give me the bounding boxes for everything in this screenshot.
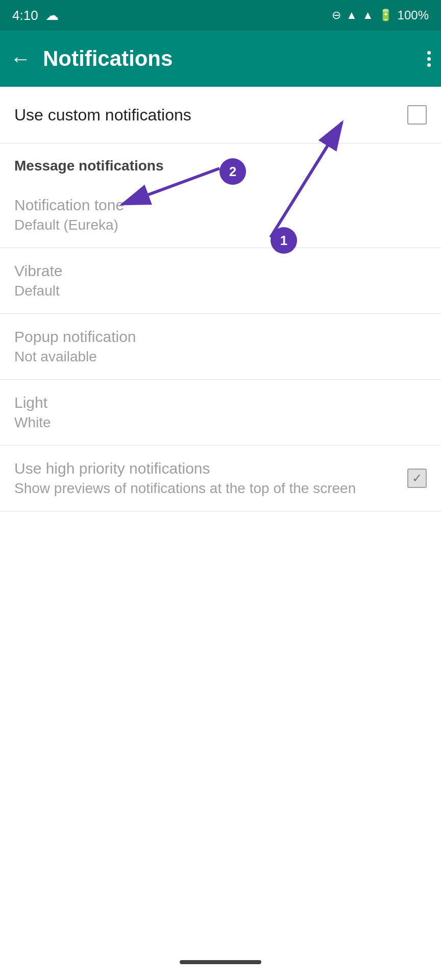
status-bar: 4:10 ☁ ⊖ ▲ ▲ 🔋 100%	[0, 0, 441, 31]
light-value: White	[14, 414, 427, 431]
custom-notifications-row[interactable]: Use custom notifications	[0, 87, 441, 143]
notification-tone-title: Notification tone	[14, 197, 427, 214]
light-title: Light	[14, 394, 427, 411]
vibrate-title: Vibrate	[14, 262, 427, 280]
dnd-icon: ⊖	[332, 9, 341, 22]
status-time: 4:10	[12, 8, 38, 23]
page-title: Notifications	[43, 46, 427, 71]
custom-notifications-checkbox[interactable]	[407, 105, 427, 125]
popup-notification-row[interactable]: Popup notification Not available	[0, 314, 441, 380]
more-options-button[interactable]	[427, 51, 431, 67]
vibrate-value: Default	[14, 283, 427, 299]
battery-percent: 100%	[398, 8, 429, 22]
cloud-icon: ☁	[45, 8, 59, 23]
notification-tone-row[interactable]: Notification tone Default (Eureka)	[0, 182, 441, 248]
checkmark-icon: ✓	[412, 471, 422, 485]
dot-2	[427, 57, 431, 61]
nav-pill	[180, 960, 261, 964]
high-priority-checkbox[interactable]: ✓	[407, 469, 427, 488]
notification-tone-value: Default (Eureka)	[14, 217, 427, 233]
popup-notification-title: Popup notification	[14, 328, 427, 346]
signal-icon: ▲	[362, 9, 374, 22]
status-right: ⊖ ▲ ▲ 🔋 100%	[332, 8, 429, 22]
back-button[interactable]: ←	[10, 48, 31, 69]
high-priority-title: Use high priority notifications	[14, 460, 397, 477]
popup-notification-value: Not available	[14, 349, 427, 365]
custom-notifications-label: Use custom notifications	[14, 106, 191, 125]
message-notifications-header: Message notifications	[0, 143, 441, 182]
battery-icon: 🔋	[379, 9, 393, 22]
status-left: 4:10 ☁	[12, 8, 59, 23]
high-priority-value: Show previews of notifications at the to…	[14, 480, 397, 497]
vibrate-row[interactable]: Vibrate Default	[0, 248, 441, 314]
dot-3	[427, 63, 431, 67]
high-priority-row[interactable]: Use high priority notifications Show pre…	[0, 446, 441, 511]
dot-1	[427, 51, 431, 55]
app-bar: ← Notifications	[0, 31, 441, 87]
content-area: Use custom notifications Message notific…	[0, 87, 441, 511]
wifi-icon: ▲	[346, 9, 357, 22]
nav-bar	[0, 944, 441, 980]
light-row[interactable]: Light White	[0, 380, 441, 446]
